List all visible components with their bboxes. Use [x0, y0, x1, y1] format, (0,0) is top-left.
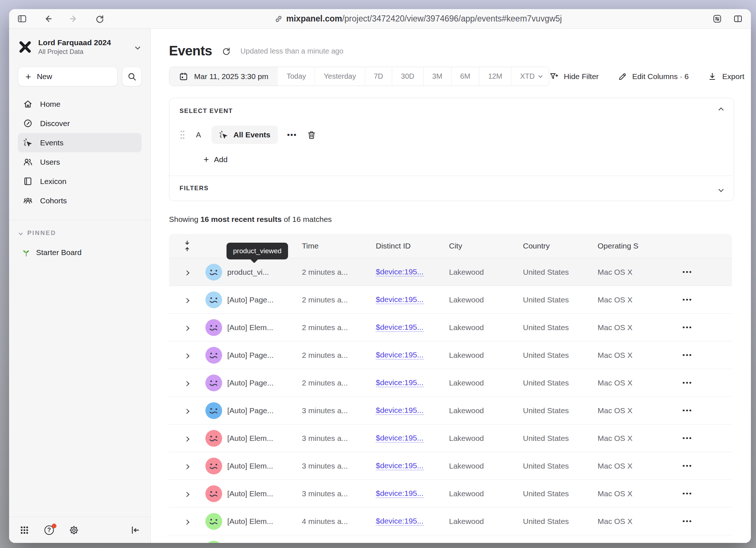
- browser-window: mixpanel.com/project/3472420/view/397469…: [9, 9, 751, 543]
- row-actions-icon[interactable]: •••: [672, 324, 732, 332]
- table-row[interactable]: [Auto] Elem... 2 minutes a... $device:19…: [169, 314, 732, 341]
- collapse-sidebar-icon[interactable]: [130, 525, 140, 535]
- column-header-country[interactable]: Country: [523, 242, 598, 250]
- table-row[interactable]: [Auto] Page... 2 minutes a... $device:19…: [169, 369, 732, 397]
- expand-row-icon[interactable]: [184, 519, 189, 524]
- new-button[interactable]: + New: [18, 67, 118, 86]
- table-row[interactable]: [Auto] Elem... 3 minutes a... $device:19…: [169, 452, 732, 480]
- column-header-time[interactable]: Time: [302, 242, 376, 250]
- export-button[interactable]: Export: [708, 72, 744, 81]
- expand-row-icon[interactable]: [184, 325, 189, 330]
- distinct-id-link[interactable]: $device:195...: [376, 434, 424, 443]
- trash-icon[interactable]: [307, 130, 316, 140]
- filters-label: FILTERS: [180, 185, 724, 192]
- sidebar-item-label: Cohorts: [40, 196, 67, 205]
- expand-row-icon[interactable]: [184, 492, 189, 497]
- collapse-all-icon[interactable]: [184, 240, 191, 252]
- sidebar-item-label: Lexicon: [40, 177, 66, 186]
- sidebar-item-starter-board[interactable]: Starter Board: [18, 248, 142, 257]
- sidebar-item-lexicon[interactable]: Lexicon: [18, 172, 142, 191]
- table-row[interactable]: [Auto] Elem... 3 minutes a... $device:19…: [169, 424, 732, 452]
- date-picker-button[interactable]: Mar 11, 2025 3:30 pm: [169, 67, 278, 86]
- range-button[interactable]: 3M: [423, 67, 451, 86]
- edit-columns-button[interactable]: Edit Columns · 6: [618, 72, 689, 81]
- column-header-os[interactable]: Operating S: [598, 242, 672, 250]
- sidebar-item-discover[interactable]: Discover: [18, 114, 142, 133]
- range-button[interactable]: 30D: [392, 67, 423, 86]
- table-row[interactable]: [Auto] Page... 2 minutes a... $device:19…: [169, 286, 732, 314]
- row-actions-icon[interactable]: •••: [672, 462, 732, 470]
- sidebar-item-label: Home: [40, 100, 60, 109]
- row-actions-icon[interactable]: •••: [672, 379, 732, 387]
- range-button[interactable]: 12M: [479, 67, 511, 86]
- help-icon[interactable]: ?: [44, 525, 54, 535]
- country-cell: United States: [523, 434, 598, 443]
- range-button-xtd[interactable]: XTD: [511, 67, 549, 86]
- row-actions-icon[interactable]: •••: [672, 407, 732, 415]
- distinct-id-link[interactable]: $device:195...: [376, 517, 424, 526]
- distinct-id-link[interactable]: $device:195...: [376, 378, 424, 387]
- project-switcher[interactable]: Lord Farquaad 2024 All Project Data: [18, 38, 142, 56]
- column-header-distinct-id[interactable]: Distinct ID: [376, 242, 449, 250]
- distinct-id-link[interactable]: $device:195...: [376, 295, 424, 304]
- expand-row-icon[interactable]: [184, 270, 189, 275]
- tooltip: product_viewed: [227, 243, 288, 259]
- os-cell: Mac OS X: [598, 462, 672, 470]
- sidebar-item-home[interactable]: Home: [18, 94, 142, 114]
- sidebar-item-events[interactable]: Events: [18, 133, 142, 152]
- city-cell: Lakewood: [449, 379, 523, 387]
- expand-row-icon[interactable]: [184, 436, 189, 441]
- settings-gear-icon[interactable]: [69, 525, 79, 535]
- row-actions-icon[interactable]: •••: [672, 296, 732, 304]
- more-options-icon[interactable]: •••: [287, 131, 297, 139]
- city-cell: Lakewood: [449, 489, 523, 498]
- updated-status: Updated less than a minute ago: [240, 47, 343, 55]
- row-actions-icon[interactable]: •••: [672, 351, 732, 359]
- city-cell: Lakewood: [449, 323, 523, 332]
- distinct-id-link[interactable]: $device:195...: [376, 267, 424, 277]
- refresh-icon[interactable]: [221, 46, 231, 56]
- expand-row-icon[interactable]: [184, 408, 189, 414]
- range-button[interactable]: 7D: [365, 67, 392, 86]
- row-actions-icon[interactable]: •••: [672, 490, 732, 498]
- apps-grid-icon[interactable]: [19, 525, 29, 535]
- address-bar[interactable]: mixpanel.com/project/3472420/view/397469…: [137, 14, 699, 24]
- browser-sidebar-toggle-icon[interactable]: [17, 14, 27, 24]
- drag-handle-icon[interactable]: [180, 130, 185, 140]
- os-cell: Mac OS X: [598, 517, 672, 526]
- back-icon[interactable]: [43, 14, 53, 24]
- distinct-id-link[interactable]: $device:195...: [376, 489, 424, 498]
- hide-filter-button[interactable]: Hide Filter: [549, 72, 599, 81]
- row-actions-icon[interactable]: •••: [672, 434, 732, 442]
- table-row[interactable]: [Auto] Elem... 4 minutes a... $device:19…: [169, 508, 732, 535]
- table-row[interactable]: [Auto] Page... 3 minutes a... $device:19…: [169, 397, 732, 424]
- forward-icon[interactable]: [69, 14, 79, 24]
- distinct-id-link[interactable]: $device:195...: [376, 406, 424, 415]
- split-view-icon[interactable]: [733, 14, 743, 24]
- table-row[interactable]: •••: [169, 535, 732, 543]
- table-row[interactable]: [Auto] Page... 2 minutes a... $device:19…: [169, 341, 732, 369]
- column-header-city[interactable]: City: [449, 242, 523, 250]
- search-button[interactable]: [122, 67, 142, 86]
- sidebar-item-users[interactable]: Users: [18, 152, 142, 172]
- event-selector-chip[interactable]: All Events: [212, 126, 278, 144]
- distinct-id-link[interactable]: $device:195...: [376, 461, 424, 470]
- table-row[interactable]: [Auto] Elem... 3 minutes a... $device:19…: [169, 480, 732, 508]
- row-actions-icon[interactable]: •••: [672, 268, 732, 276]
- range-button[interactable]: Today: [278, 67, 315, 86]
- expand-row-icon[interactable]: [184, 353, 189, 358]
- sidebar-item-cohorts[interactable]: Cohorts: [18, 191, 142, 210]
- expand-row-icon[interactable]: [184, 298, 189, 303]
- distinct-id-link[interactable]: $device:195...: [376, 323, 424, 332]
- add-event-button[interactable]: + Add: [204, 155, 724, 164]
- page-settings-icon[interactable]: [712, 14, 722, 24]
- reload-icon[interactable]: [95, 14, 105, 24]
- row-actions-icon[interactable]: •••: [672, 517, 732, 525]
- select-event-label: SELECT EVENT: [180, 107, 724, 115]
- range-button[interactable]: 6M: [451, 67, 479, 86]
- expand-row-icon[interactable]: [184, 381, 189, 386]
- range-button[interactable]: Yesterday: [315, 67, 365, 86]
- distinct-id-link[interactable]: $device:195...: [376, 351, 424, 360]
- pinned-section-header[interactable]: PINNED: [18, 230, 142, 237]
- expand-row-icon[interactable]: [184, 464, 189, 469]
